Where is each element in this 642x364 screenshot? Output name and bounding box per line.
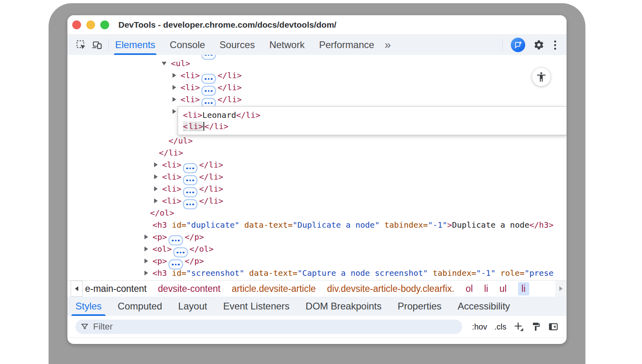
dom-token: <li> bbox=[181, 71, 200, 80]
breadcrumb-forward-button[interactable] bbox=[555, 281, 567, 297]
panel-tabs: ElementsConsoleSourcesNetworkPerformance bbox=[115, 35, 374, 55]
tab-accessibility[interactable]: Accessibility bbox=[457, 297, 510, 316]
dom-tree-row[interactable]: </li> bbox=[67, 147, 567, 159]
ai-assistant-button[interactable] bbox=[511, 38, 525, 52]
paint-icon bbox=[531, 322, 541, 332]
dom-tree-row[interactable]: </ol> bbox=[67, 207, 567, 219]
settings-button[interactable] bbox=[533, 39, 544, 51]
plus-icon bbox=[514, 322, 524, 332]
class-toggle[interactable]: .cls bbox=[494, 322, 506, 332]
dom-tree-row[interactable]: <ol></ol> bbox=[67, 243, 567, 255]
tab-event-listeners[interactable]: Event Listeners bbox=[223, 297, 289, 316]
collapse-sidebar-button[interactable] bbox=[548, 322, 559, 332]
accessibility-overlay-button[interactable] bbox=[532, 68, 551, 86]
expand-arrow-icon[interactable] bbox=[173, 73, 176, 78]
collapse-arrow-icon[interactable] bbox=[162, 62, 167, 65]
devtools-toolbar: ElementsConsoleSourcesNetworkPerformance… bbox=[67, 35, 567, 55]
dom-token: tabindex= bbox=[380, 220, 428, 230]
breadcrumb-item[interactable]: div.devsite-article-body.clearfix. bbox=[327, 283, 454, 294]
dom-tree-row[interactable]: <li></li> bbox=[67, 159, 567, 171]
dom-tree-row[interactable]: <p></p> bbox=[67, 231, 567, 243]
more-options-button[interactable] bbox=[553, 39, 558, 51]
breadcrumb-item[interactable]: article.devsite-article bbox=[232, 283, 316, 294]
dom-edit-box[interactable]: <li>Leonard</li> <li></li> bbox=[178, 106, 567, 135]
dom-token: </li> bbox=[217, 95, 242, 104]
expand-arrow-icon[interactable] bbox=[144, 259, 148, 263]
dom-tree-row[interactable]: <li></li> bbox=[67, 171, 567, 183]
dom-tree-row[interactable]: <li></li> bbox=[67, 81, 567, 93]
dom-token: Leonard bbox=[202, 110, 236, 120]
more-tabs-button[interactable]: » bbox=[385, 36, 391, 54]
breadcrumb-bar: e-main-contentdevsite-contentarticle.dev… bbox=[67, 280, 567, 297]
dom-token: <li> bbox=[162, 196, 181, 206]
inspect-element-button[interactable] bbox=[73, 37, 89, 53]
tab-network[interactable]: Network bbox=[269, 35, 305, 55]
filter-field[interactable] bbox=[75, 320, 462, 334]
tab-styles[interactable]: Styles bbox=[75, 297, 102, 316]
dom-token: </li> bbox=[217, 83, 242, 92]
tab-console[interactable]: Console bbox=[170, 35, 205, 55]
dom-token: </ul> bbox=[169, 136, 193, 146]
breadcrumb-item[interactable]: li bbox=[518, 282, 529, 295]
dom-token: <p> bbox=[152, 256, 167, 266]
minimize-window-button[interactable] bbox=[86, 20, 95, 29]
pseudo-state-toggle[interactable]: :hov bbox=[472, 322, 487, 332]
expand-arrow-icon[interactable] bbox=[154, 174, 158, 179]
dom-token: </li> bbox=[199, 184, 223, 194]
dom-token: <li> bbox=[183, 110, 202, 120]
styles-filter-input[interactable] bbox=[92, 321, 462, 332]
dom-token: </p> bbox=[185, 232, 204, 242]
edit-line-1: <li>Leonard</li> bbox=[183, 109, 567, 121]
tab-sources[interactable]: Sources bbox=[219, 35, 255, 55]
rendering-emulation-button[interactable] bbox=[531, 322, 541, 332]
dom-tree-row[interactable]: <p></p> bbox=[67, 255, 567, 267]
expand-arrow-icon[interactable] bbox=[144, 235, 148, 239]
dom-token: </li> bbox=[199, 196, 223, 206]
breadcrumb-item[interactable]: li bbox=[484, 283, 488, 294]
close-window-button[interactable] bbox=[72, 20, 81, 29]
expand-arrow-icon[interactable] bbox=[144, 247, 148, 251]
expand-arrow-icon[interactable] bbox=[173, 109, 176, 114]
dom-tree-row[interactable]: </ul> bbox=[67, 135, 567, 147]
dom-tree-row[interactable]: <ul> bbox=[67, 57, 567, 69]
dom-token: id= bbox=[167, 268, 186, 278]
tab-performance[interactable]: Performance bbox=[319, 35, 374, 55]
dom-token: "screenshot" bbox=[186, 268, 244, 278]
device-toolbar-button[interactable] bbox=[89, 37, 105, 53]
breadcrumb-item[interactable]: e-main-content bbox=[85, 283, 146, 294]
accessibility-icon bbox=[536, 71, 547, 83]
zoom-window-button[interactable] bbox=[100, 20, 109, 29]
dom-token: </p> bbox=[185, 256, 204, 266]
tab-computed[interactable]: Computed bbox=[118, 297, 162, 316]
tab-elements[interactable]: Elements bbox=[115, 35, 155, 55]
dom-token: <li> bbox=[181, 95, 200, 104]
breadcrumb-item[interactable]: ul bbox=[500, 283, 507, 294]
dom-tree-row[interactable]: <h3 id="screenshot" data-text="Capture a… bbox=[67, 267, 567, 279]
tab-properties[interactable]: Properties bbox=[398, 297, 441, 316]
dom-token: <li> bbox=[162, 184, 181, 194]
expand-arrow-icon[interactable] bbox=[144, 271, 148, 275]
tab-layout[interactable]: Layout bbox=[178, 297, 207, 316]
dom-tree-row[interactable]: <li></li> bbox=[67, 93, 567, 105]
filter-toggles: :hov .cls bbox=[472, 322, 559, 332]
expand-arrow-icon[interactable] bbox=[173, 97, 176, 102]
dom-tree-row[interactable]: <li></li> bbox=[67, 69, 567, 81]
dom-token: > bbox=[447, 220, 452, 230]
breadcrumb-item[interactable]: ol bbox=[465, 283, 473, 294]
dom-token: </li> bbox=[217, 55, 242, 56]
breadcrumb-item[interactable]: devsite-content bbox=[158, 283, 220, 294]
expand-arrow-icon[interactable] bbox=[154, 162, 158, 167]
tab-dom-breakpoints[interactable]: DOM Breakpoints bbox=[306, 297, 382, 316]
dom-tree-row[interactable]: <li></li> bbox=[67, 183, 567, 195]
new-style-rule-button[interactable] bbox=[514, 322, 524, 332]
expand-arrow-icon[interactable] bbox=[173, 85, 176, 90]
dom-token: "-1" bbox=[428, 220, 447, 230]
dom-token: <ol> bbox=[152, 244, 172, 254]
dom-token: </h3> bbox=[529, 220, 553, 230]
breadcrumb-back-button[interactable] bbox=[71, 281, 83, 297]
dom-tree-row[interactable]: <h3 id="duplicate" data-text="Duplicate … bbox=[67, 219, 567, 231]
expand-arrow-icon[interactable] bbox=[154, 198, 158, 203]
dom-tree-row[interactable]: <li></li> bbox=[67, 195, 567, 207]
expand-arrow-icon[interactable] bbox=[154, 186, 158, 191]
dom-token: Duplicate a node bbox=[452, 220, 530, 230]
